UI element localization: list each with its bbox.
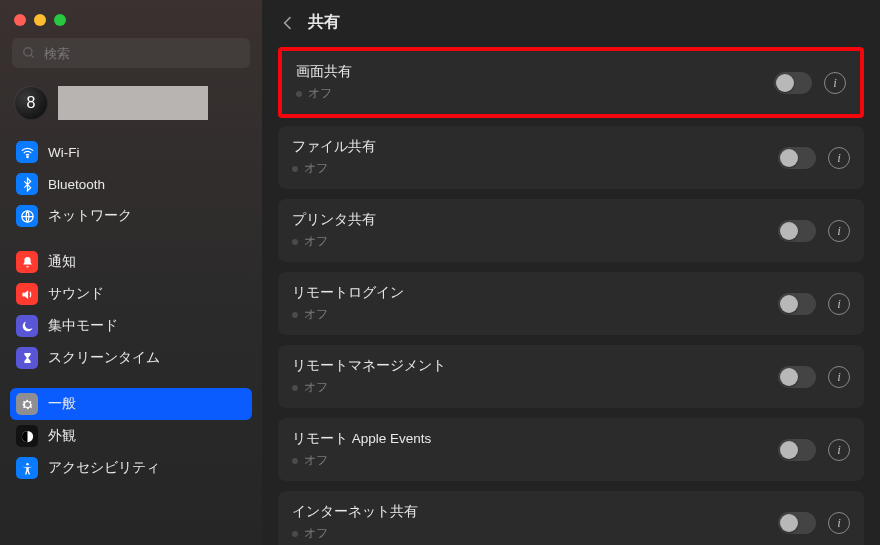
- account-row[interactable]: 8: [0, 80, 262, 136]
- sharing-list: 画面共有オフiファイル共有オフiプリンタ共有オフiリモートログインオフiリモート…: [262, 47, 880, 545]
- search-icon: [22, 46, 36, 60]
- row-title: ファイル共有: [292, 138, 778, 156]
- sidebar-item-contrast[interactable]: 外観: [10, 420, 252, 452]
- sidebar-item-label: 一般: [48, 395, 76, 413]
- sidebar-item-sound[interactable]: サウンド: [10, 278, 252, 310]
- sharing-row-inner: リモートログインオフi: [278, 272, 864, 335]
- toggle-switch[interactable]: [778, 512, 816, 534]
- moon-icon: [16, 315, 38, 337]
- row-title: 画面共有: [296, 63, 774, 81]
- main-panel: 共有 画面共有オフiファイル共有オフiプリンタ共有オフiリモートログインオフiリ…: [262, 0, 880, 545]
- sidebar-item-globe[interactable]: ネットワーク: [10, 200, 252, 232]
- row-title: プリンタ共有: [292, 211, 778, 229]
- bell-icon: [16, 251, 38, 273]
- hourglass-icon: [16, 347, 38, 369]
- sidebar-item-bell[interactable]: 通知: [10, 246, 252, 278]
- panel-header: 共有: [262, 0, 880, 47]
- globe-icon: [16, 205, 38, 227]
- info-button[interactable]: i: [828, 439, 850, 461]
- info-button[interactable]: i: [828, 293, 850, 315]
- sidebar-item-label: サウンド: [48, 285, 104, 303]
- row-title: リモートログイン: [292, 284, 778, 302]
- row-status: オフ: [292, 306, 778, 323]
- window-controls: [0, 10, 262, 38]
- row-status: オフ: [292, 160, 778, 177]
- minimize-window[interactable]: [34, 14, 46, 26]
- sharing-row: ファイル共有オフi: [278, 126, 864, 189]
- contrast-icon: [16, 425, 38, 447]
- svg-line-1: [31, 55, 34, 58]
- row-status: オフ: [296, 85, 774, 102]
- sharing-row-inner: プリンタ共有オフi: [278, 199, 864, 262]
- access-icon: [16, 457, 38, 479]
- row-text: 画面共有オフ: [296, 63, 774, 102]
- back-button[interactable]: [280, 15, 296, 31]
- row-title: インターネット共有: [292, 503, 778, 521]
- sidebar-item-moon[interactable]: 集中モード: [10, 310, 252, 342]
- sidebar-item-bt[interactable]: Bluetooth: [10, 168, 252, 200]
- search-field[interactable]: [12, 38, 250, 68]
- sharing-row-inner: ファイル共有オフi: [278, 126, 864, 189]
- sidebar-item-label: Wi-Fi: [48, 145, 79, 160]
- toggle-switch[interactable]: [778, 220, 816, 242]
- info-button[interactable]: i: [828, 366, 850, 388]
- sharing-row-inner: インターネット共有オフi: [278, 491, 864, 545]
- gear-icon: [16, 393, 38, 415]
- row-title: リモート Apple Events: [292, 430, 778, 448]
- toggle-switch[interactable]: [778, 366, 816, 388]
- zoom-window[interactable]: [54, 14, 66, 26]
- close-window[interactable]: [14, 14, 26, 26]
- sidebar-item-hourglass[interactable]: スクリーンタイム: [10, 342, 252, 374]
- row-text: インターネット共有オフ: [292, 503, 778, 542]
- sidebar-item-gear[interactable]: 一般: [10, 388, 252, 420]
- toggle-switch[interactable]: [778, 293, 816, 315]
- page-title: 共有: [308, 12, 340, 33]
- row-title: リモートマネージメント: [292, 357, 778, 375]
- sidebar-item-label: アクセシビリティ: [48, 459, 160, 477]
- sound-icon: [16, 283, 38, 305]
- svg-point-2: [26, 156, 27, 157]
- svg-point-5: [26, 462, 29, 465]
- toggle-switch[interactable]: [778, 147, 816, 169]
- wifi-icon: [16, 141, 38, 163]
- sidebar-item-label: 集中モード: [48, 317, 118, 335]
- info-button[interactable]: i: [828, 512, 850, 534]
- toggle-switch[interactable]: [774, 72, 812, 94]
- avatar: 8: [14, 86, 48, 120]
- info-button[interactable]: i: [828, 220, 850, 242]
- sharing-row: リモート Apple Eventsオフi: [278, 418, 864, 481]
- sidebar-item-label: 外観: [48, 427, 76, 445]
- sidebar-item-access[interactable]: アクセシビリティ: [10, 452, 252, 484]
- sharing-row: 画面共有オフi: [278, 47, 864, 118]
- row-text: リモートマネージメントオフ: [292, 357, 778, 396]
- sharing-row-inner: リモート Apple Eventsオフi: [278, 418, 864, 481]
- row-text: ファイル共有オフ: [292, 138, 778, 177]
- sharing-row: リモートマネージメントオフi: [278, 345, 864, 408]
- toggle-switch[interactable]: [778, 439, 816, 461]
- sharing-row: リモートログインオフi: [278, 272, 864, 335]
- sidebar-item-label: ネットワーク: [48, 207, 132, 225]
- sharing-row-inner: 画面共有オフi: [282, 51, 860, 114]
- sidebar-item-label: 通知: [48, 253, 76, 271]
- sidebar: 8 Wi-FiBluetoothネットワーク通知サウンド集中モードスクリーンタイ…: [0, 0, 262, 545]
- svg-point-0: [24, 48, 32, 56]
- bt-icon: [16, 173, 38, 195]
- info-button[interactable]: i: [828, 147, 850, 169]
- sharing-row: インターネット共有オフi: [278, 491, 864, 545]
- row-text: プリンタ共有オフ: [292, 211, 778, 250]
- account-name-redacted: [58, 86, 208, 120]
- info-button[interactable]: i: [824, 72, 846, 94]
- sidebar-item-wifi[interactable]: Wi-Fi: [10, 136, 252, 168]
- sidebar-item-label: スクリーンタイム: [48, 349, 160, 367]
- row-text: リモートログインオフ: [292, 284, 778, 323]
- row-status: オフ: [292, 379, 778, 396]
- sidebar-item-label: Bluetooth: [48, 177, 105, 192]
- search-input[interactable]: [44, 46, 240, 61]
- row-text: リモート Apple Eventsオフ: [292, 430, 778, 469]
- row-status: オフ: [292, 233, 778, 250]
- sidebar-nav: Wi-FiBluetoothネットワーク通知サウンド集中モードスクリーンタイム一…: [0, 136, 262, 484]
- sharing-row-inner: リモートマネージメントオフi: [278, 345, 864, 408]
- row-status: オフ: [292, 452, 778, 469]
- row-status: オフ: [292, 525, 778, 542]
- sharing-row: プリンタ共有オフi: [278, 199, 864, 262]
